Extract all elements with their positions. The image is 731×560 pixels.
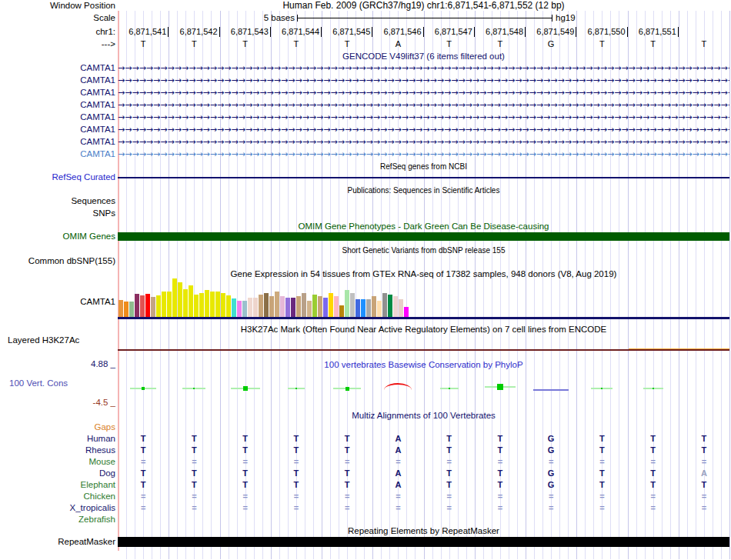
gencode-transcript-label[interactable]: CAMTA1 <box>0 112 115 122</box>
omim-track-title[interactable]: OMIM Gene Phenotypes - Dark Green Can Be… <box>118 222 729 232</box>
gtex-tissue-bar[interactable] <box>318 296 322 317</box>
gtex-tissue-bar[interactable] <box>339 305 344 317</box>
gencode-transcript-arrows[interactable]: →→→→→→→→→→→→→→→→→→→→→→→→→→→→→→→→→→→→→→→→… <box>118 138 729 148</box>
gtex-tissue-bar[interactable] <box>329 293 333 317</box>
gtex-tissue-bar[interactable] <box>404 307 409 317</box>
gencode-transcript-arrows[interactable]: →→→→→→→→→→→→→→→→→→→→→→→→→→→→→→→→→→→→→→→→… <box>118 113 729 123</box>
multiz-species-label[interactable]: Dog <box>0 468 115 478</box>
dbsnp-track-title[interactable]: Short Genetic Variants from dbSNP releas… <box>118 245 729 255</box>
publications-sequences-label[interactable]: Sequences <box>0 196 115 206</box>
gtex-tissue-bar[interactable] <box>382 293 387 317</box>
gtex-tissue-bar[interactable] <box>296 296 301 317</box>
refseq-track-title[interactable]: RefSeq genes from NCBI <box>118 162 729 172</box>
gtex-tissue-bar[interactable] <box>280 296 285 317</box>
omim-genes-label[interactable]: OMIM Genes <box>0 232 115 242</box>
gtex-tissue-bar[interactable] <box>345 290 349 317</box>
gtex-expression-bars[interactable] <box>118 277 729 317</box>
gtex-tissue-bar[interactable] <box>393 296 398 317</box>
gtex-tissue-bar[interactable] <box>194 295 199 317</box>
gtex-tissue-bar[interactable] <box>205 290 209 317</box>
gtex-tissue-bar[interactable] <box>129 302 134 317</box>
gtex-tissue-bar[interactable] <box>323 298 328 317</box>
gtex-tissue-bar[interactable] <box>151 297 155 317</box>
multiz-species-label[interactable]: Elephant <box>0 480 115 490</box>
gtex-tissue-bar[interactable] <box>124 302 129 317</box>
multiz-species-label[interactable]: Gaps <box>0 422 115 432</box>
gtex-tissue-bar[interactable] <box>140 295 145 317</box>
gtex-tissue-bar[interactable] <box>172 278 177 317</box>
gtex-tissue-bar[interactable] <box>312 295 317 317</box>
gencode-transcript-label[interactable]: CAMTA1 <box>0 149 115 159</box>
gtex-tissue-bar[interactable] <box>285 298 290 317</box>
gencode-transcript-label[interactable]: CAMTA1 <box>0 100 115 110</box>
gtex-tissue-bar[interactable] <box>334 296 339 317</box>
phylop-track-title[interactable]: 100 vertebrates Basewise Conservation by… <box>118 360 729 370</box>
gtex-tissue-bar[interactable] <box>302 293 306 317</box>
gtex-tissue-bar[interactable] <box>237 301 242 317</box>
gtex-tissue-bar[interactable] <box>388 295 392 317</box>
multiz-species-label[interactable]: Zebrafish <box>0 515 115 525</box>
gtex-tissue-bar[interactable] <box>199 293 204 317</box>
multiz-species-label[interactable]: X_tropicalis <box>0 503 115 513</box>
phylop-conservation-marks[interactable] <box>118 382 729 395</box>
gtex-gene-label[interactable]: CAMTA1 <box>0 297 115 307</box>
gtex-tissue-bar[interactable] <box>210 292 215 317</box>
gtex-tissue-bar[interactable] <box>215 292 220 317</box>
dbsnp-label[interactable]: Common dbSNP(155) <box>0 256 115 266</box>
publications-snps-label[interactable]: SNPs <box>0 208 115 218</box>
gtex-tissue-bar[interactable] <box>350 293 355 317</box>
gtex-tissue-bar[interactable] <box>275 292 279 317</box>
gencode-transcript-label[interactable]: CAMTA1 <box>0 88 115 98</box>
gencode-transcript-label[interactable]: CAMTA1 <box>0 75 115 85</box>
h3k27ac-signal-segment[interactable] <box>629 348 729 350</box>
gencode-transcript-arrows[interactable]: →→→→→→→→→→→→→→→→→→→→→→→→→→→→→→→→→→→→→→→→… <box>118 88 729 98</box>
gtex-tissue-bar[interactable] <box>253 298 258 317</box>
gtex-tissue-bar[interactable] <box>372 296 376 317</box>
gencode-transcript-arrows[interactable]: →→→→→→→→→→→→→→→→→→→→→→→→→→→→→→→→→→→→→→→→… <box>118 76 729 86</box>
gtex-tissue-bar[interactable] <box>221 293 225 317</box>
gtex-tissue-bar[interactable] <box>135 294 139 317</box>
gtex-tissue-bar[interactable] <box>167 292 172 317</box>
multiz-species-label[interactable]: Human <box>0 434 115 444</box>
h3k27ac-label[interactable]: Layered H3K27Ac <box>8 335 79 345</box>
multiz-species-label[interactable]: Mouse <box>0 457 115 467</box>
gtex-tissue-bar[interactable] <box>156 295 161 317</box>
repeatmasker-element-bar[interactable] <box>118 537 729 547</box>
gtex-tissue-bar[interactable] <box>377 301 382 317</box>
gtex-tissue-bar[interactable] <box>226 295 231 317</box>
h3k27ac-track-title[interactable]: H3K27Ac Mark (Often Found Near Active Re… <box>118 325 729 335</box>
gtex-tissue-bar[interactable] <box>162 292 166 317</box>
gencode-transcript-arrows[interactable]: →→→→→→→→→→→→→→→→→→→→→→→→→→→→→→→→→→→→→→→→… <box>118 125 729 135</box>
gtex-tissue-bar[interactable] <box>291 298 295 317</box>
gtex-tissue-bar[interactable] <box>355 299 360 317</box>
gencode-transcript-arrows[interactable]: →→→→→→→→→→→→→→→→→→→→→→→→→→→→→→→→→→→→→→→→… <box>118 150 729 160</box>
multiz-species-label[interactable]: Rhesus <box>0 445 115 455</box>
gtex-tissue-bar[interactable] <box>366 299 371 317</box>
gtex-tissue-bar[interactable] <box>269 296 274 317</box>
gtex-tissue-bar[interactable] <box>189 285 193 317</box>
gtex-tissue-bar[interactable] <box>118 300 123 317</box>
gtex-tissue-bar[interactable] <box>178 282 182 317</box>
gencode-transcript-arrows[interactable]: →→→→→→→→→→→→→→→→→→→→→→→→→→→→→→→→→→→→→→→→… <box>118 64 729 74</box>
gencode-transcript-label[interactable]: CAMTA1 <box>0 63 115 73</box>
gtex-tissue-bar[interactable] <box>145 294 150 317</box>
publications-track-title[interactable]: Publications: Sequences in Scientific Ar… <box>118 185 729 195</box>
repeatmasker-track-title[interactable]: Repeating Elements by RepeatMasker <box>118 526 729 536</box>
multiz-track-title[interactable]: Multiz Alignments of 100 Vertebrates <box>118 411 729 421</box>
gtex-tissue-bar[interactable] <box>399 299 403 317</box>
gtex-tissue-bar[interactable] <box>264 293 269 317</box>
gtex-tissue-bar[interactable] <box>232 298 236 317</box>
gtex-tissue-bar[interactable] <box>183 289 188 317</box>
gtex-tissue-bar[interactable] <box>307 301 312 317</box>
gencode-track-title[interactable]: GENCODE V49lift37 (6 items filtered out) <box>118 52 729 62</box>
gtex-tissue-bar[interactable] <box>248 298 252 317</box>
repeatmasker-label[interactable]: RepeatMasker <box>0 537 115 547</box>
gencode-transcript-label[interactable]: CAMTA1 <box>0 137 115 147</box>
gtex-tissue-bar[interactable] <box>242 301 247 317</box>
refseq-curated-gene-bar[interactable] <box>118 177 729 178</box>
omim-gene-bar[interactable] <box>118 232 729 241</box>
gtex-tissue-bar[interactable] <box>259 295 263 317</box>
gencode-transcript-arrows[interactable]: →→→→→→→→→→→→→→→→→→→→→→→→→→→→→→→→→→→→→→→→… <box>118 101 729 111</box>
phylop-label[interactable]: 100 Vert. Cons <box>9 378 68 388</box>
multiz-species-label[interactable]: Chicken <box>0 492 115 502</box>
